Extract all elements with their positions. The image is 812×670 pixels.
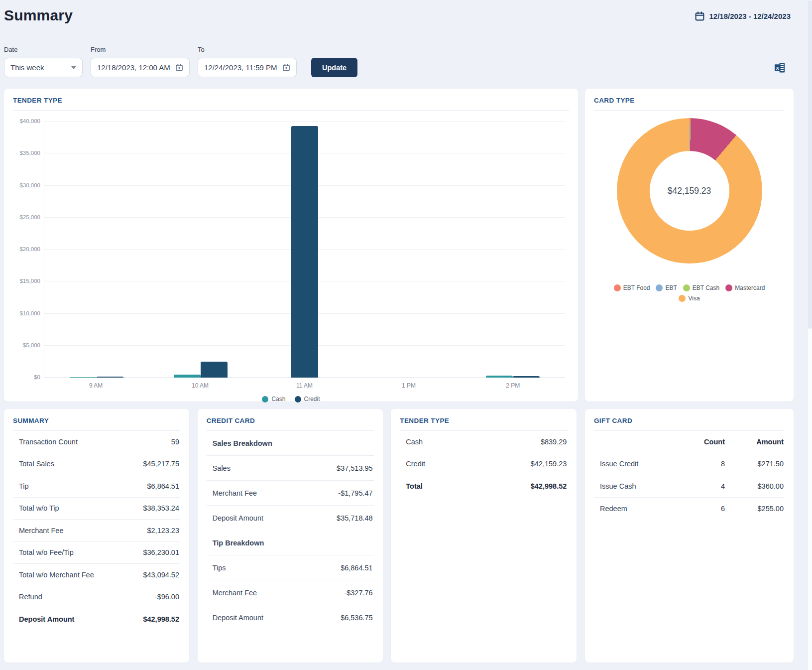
row-label: Merchant Fee <box>213 589 257 597</box>
legend-label: Mastercard <box>735 284 765 291</box>
credit-card-table: Sales BreakdownSales$37,513.95Merchant F… <box>207 431 374 630</box>
calendar-picker-icon[interactable] <box>175 63 183 72</box>
table-row: Issue Cash4$360.00 <box>594 475 785 498</box>
legend-item-mastercard[interactable]: Mastercard <box>725 284 765 291</box>
table-row: Issue Credit8$271.50 <box>594 453 785 476</box>
y-axis-tick-label: $5,000 <box>23 342 40 348</box>
table-row: Refund-$96.00 <box>13 586 180 609</box>
row-label: Credit <box>406 460 425 468</box>
bar-groups <box>44 122 565 378</box>
row-value: -$1,795.47 <box>338 489 372 497</box>
date-preset-field: Date This week <box>4 46 83 77</box>
column-header: Count <box>680 438 725 446</box>
y-axis-tick-label: $35,000 <box>19 150 40 156</box>
excel-export-button[interactable]: X <box>774 62 786 73</box>
card-type-chart-card: CARD TYPE $42,159.23 EBT FoodEBTEBT Cash… <box>585 89 794 402</box>
table-row: Redeem6$255.00 <box>594 498 785 520</box>
summary-table-title: SUMMARY <box>13 417 180 424</box>
table-section-row: Sales Breakdown <box>207 431 374 456</box>
row-label: Transaction Count <box>19 438 78 446</box>
row-label: Sales <box>213 464 231 472</box>
legend-label: EBT Cash <box>693 284 719 291</box>
bar-chart-plot: $0$5,000$10,000$15,000$20,000$25,000$30,… <box>44 122 565 378</box>
legend-item-ebt[interactable]: EBT <box>656 284 677 291</box>
row-value: $42,998.52 <box>531 482 567 490</box>
calendar-picker-icon[interactable] <box>282 63 290 72</box>
from-field: From 12/18/2023, 12:00 AM <box>91 46 190 77</box>
table-row: Merchant Fee-$1,795.47 <box>207 481 374 506</box>
column-header: Amount <box>725 438 784 446</box>
legend-dot <box>295 396 301 402</box>
table-row: Merchant Fee-$327.76 <box>207 580 374 605</box>
to-datetime-input[interactable]: 12/24/2023, 11:59 PM <box>198 58 297 77</box>
bar-cash[interactable] <box>174 375 201 378</box>
bar-credit[interactable] <box>201 362 228 378</box>
row-value: $45,217.75 <box>143 460 179 468</box>
row-label: Total w/o Merchant Fee <box>19 571 94 579</box>
tender-type-table-title: TENDER TYPE <box>400 417 568 424</box>
row-label: Merchant Fee <box>213 489 257 497</box>
bar-group-2-pm <box>461 122 565 378</box>
row-value: 59 <box>171 438 179 446</box>
tender-type-chart-card: TENDER TYPE $0$5,000$10,000$15,000$20,00… <box>4 89 578 402</box>
legend-item-credit[interactable]: Credit <box>295 396 320 402</box>
y-axis-tick-label: $25,000 <box>19 214 40 220</box>
bar-credit[interactable] <box>97 377 123 378</box>
from-datetime-input[interactable]: 12/18/2023, 12:00 AM <box>91 58 190 77</box>
row-label: Tips <box>213 564 226 572</box>
row-value: $839.29 <box>541 438 567 446</box>
row-count: 6 <box>680 505 725 513</box>
date-preset-value: This week <box>10 63 44 72</box>
legend-label: EBT Food <box>623 284 650 291</box>
table-row: Deposit Amount$35,718.48 <box>207 506 374 531</box>
table-row: Credit$42,159.23 <box>400 453 568 476</box>
y-axis-tick-label: $0 <box>34 374 40 380</box>
legend-item-visa[interactable]: Visa <box>679 295 699 302</box>
bar-credit[interactable] <box>513 376 540 378</box>
bar-cash[interactable] <box>486 376 513 378</box>
row-value: $35,718.48 <box>337 514 373 522</box>
row-value: $42,998.52 <box>143 615 179 623</box>
excel-icon: X <box>774 66 786 75</box>
legend-item-ebt-food[interactable]: EBT Food <box>614 284 650 291</box>
legend-dot <box>614 284 621 291</box>
row-label: Tip <box>19 482 29 490</box>
table-section-row: Tip Breakdown <box>207 531 374 555</box>
bar-credit[interactable] <box>291 126 318 378</box>
table-row: Tips$6,864.51 <box>207 555 374 580</box>
donut-center: $42,159.23 <box>650 151 729 231</box>
row-amount: $271.50 <box>725 460 784 468</box>
scrollbar-thumb[interactable] <box>808 0 812 329</box>
row-value: $36,230.01 <box>143 548 179 556</box>
bar-group-1-pm <box>357 122 461 378</box>
y-axis-tick-label: $30,000 <box>19 182 40 188</box>
table-row: Merchant Fee$2,123.23 <box>13 520 180 542</box>
date-range-display[interactable]: 12/18/2023 - 12/24/2023 <box>695 11 791 21</box>
scrollbar-track[interactable] <box>808 0 812 670</box>
donut-center-total: $42,159.23 <box>668 186 711 196</box>
legend-item-cash[interactable]: Cash <box>262 396 285 402</box>
row-label: Total <box>406 482 423 490</box>
summary-page: Summary 12/18/2023 - 12/24/2023 Date Thi… <box>0 0 798 663</box>
y-axis-tick-label: $10,000 <box>19 310 40 316</box>
x-axis-tick-label: 10 AM <box>148 382 252 389</box>
legend-item-ebt-cash[interactable]: EBT Cash <box>683 284 719 291</box>
to-value: 12/24/2023, 11:59 PM <box>204 63 277 72</box>
bar-cash[interactable] <box>70 377 97 378</box>
row-label: Cash <box>406 438 423 446</box>
table-row: Deposit Amount$6,536.75 <box>207 605 374 630</box>
bar-group-9-am <box>44 122 148 378</box>
date-range-text: 12/18/2023 - 12/24/2023 <box>709 12 791 20</box>
credit-card-table-card: CREDIT CARD Sales BreakdownSales$37,513.… <box>198 409 383 663</box>
row-label: Issue Credit <box>600 460 680 468</box>
card-divider <box>13 110 569 111</box>
date-preset-select[interactable]: This week <box>4 58 83 77</box>
table-row: Total w/o Tip$38,353.24 <box>13 498 180 520</box>
row-amount: $255.00 <box>725 505 784 513</box>
update-button[interactable]: Update <box>311 58 357 77</box>
x-axis-tick-label: 9 AM <box>44 382 148 389</box>
row-count: 8 <box>680 460 725 468</box>
donut-chart[interactable]: $42,159.23 <box>617 118 762 264</box>
section-label: Tip Breakdown <box>213 539 264 547</box>
row-value: $37,513.95 <box>337 464 373 472</box>
